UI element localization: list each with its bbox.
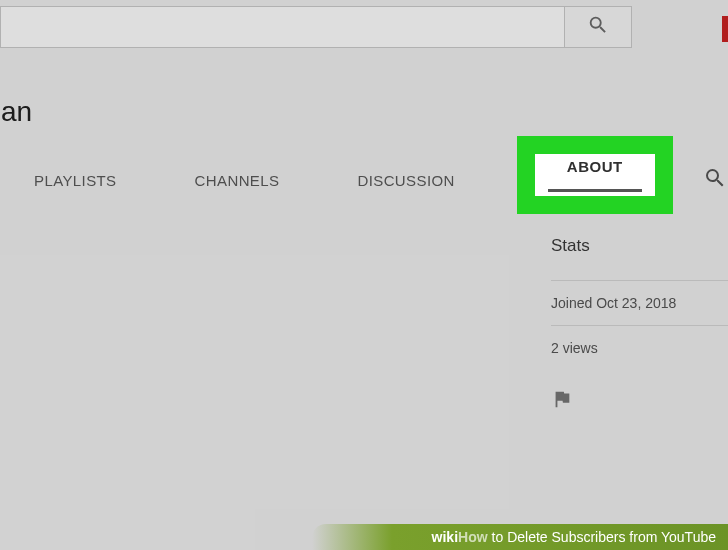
- about-main-area: [0, 236, 551, 414]
- tab-playlists[interactable]: PLAYLISTS: [18, 152, 133, 208]
- search-button[interactable]: [564, 6, 632, 48]
- footer-title: to Delete Subscribers from YouTube: [492, 529, 716, 545]
- tabs-search-button[interactable]: [703, 166, 727, 194]
- highlight-box: ABOUT: [517, 136, 673, 214]
- tab-about-label: ABOUT: [567, 158, 623, 175]
- stats-panel: Stats Joined Oct 23, 2018 2 views: [551, 236, 728, 414]
- stats-joined: Joined Oct 23, 2018: [551, 280, 728, 325]
- footer-brand-how: How: [458, 529, 488, 545]
- tab-channels[interactable]: CHANNELS: [179, 152, 296, 208]
- header-edge-accent: [722, 16, 728, 42]
- channel-tabs: PLAYLISTS CHANNELS DISCUSSION ABOUT: [0, 152, 728, 208]
- tab-discussion[interactable]: DISCUSSION: [341, 152, 470, 208]
- attribution-footer: wikiHow to Delete Subscribers from YouTu…: [0, 522, 728, 550]
- channel-title: oman: [0, 96, 728, 128]
- footer-brand-wiki: wiki: [432, 529, 458, 545]
- search-bar: [0, 6, 728, 48]
- search-input[interactable]: [0, 6, 564, 48]
- tab-about[interactable]: ABOUT: [535, 154, 655, 196]
- search-icon: [703, 166, 727, 194]
- stats-heading: Stats: [551, 236, 728, 256]
- flag-icon[interactable]: [551, 396, 573, 413]
- stats-views: 2 views: [551, 325, 728, 370]
- tab-about-underline: [548, 189, 642, 192]
- search-icon: [587, 14, 609, 40]
